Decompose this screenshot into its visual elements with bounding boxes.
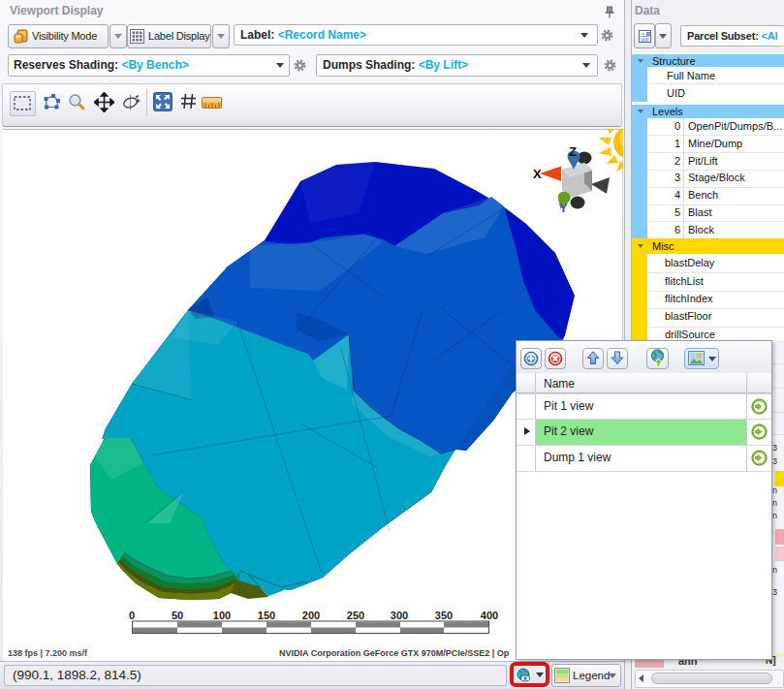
svg-text:NVIDIA Corporation GeForce GTX: NVIDIA Corporation GeForce GTX 970M/PCIe… xyxy=(279,648,510,658)
svg-text:50: 50 xyxy=(172,610,183,621)
svg-text:350: 350 xyxy=(435,610,453,621)
svg-text:X: X xyxy=(533,167,542,181)
svg-text:Z: Z xyxy=(569,144,577,159)
svg-text:250: 250 xyxy=(347,610,364,621)
svg-text:150: 150 xyxy=(258,610,275,621)
svg-text:138 fps | 7.200 ms/f: 138 fps | 7.200 ms/f xyxy=(8,648,88,658)
svg-text:300: 300 xyxy=(391,610,408,621)
svg-text:200: 200 xyxy=(302,610,320,621)
svg-text:Y: Y xyxy=(559,201,568,215)
svg-text:400: 400 xyxy=(481,610,498,621)
svg-text:100: 100 xyxy=(213,610,231,621)
svg-text:0: 0 xyxy=(129,610,135,621)
